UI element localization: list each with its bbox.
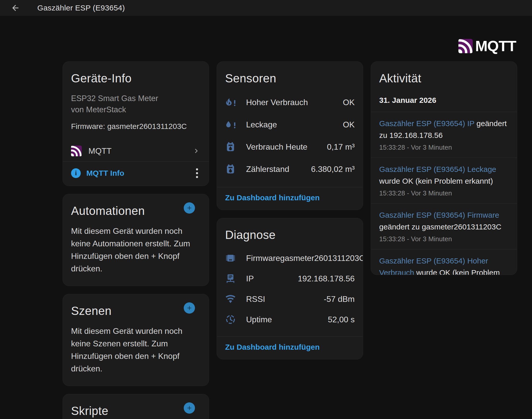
activity-entry: Gaszähler ESP (E93654) IP geändert zu 19… (371, 112, 517, 158)
chevron-right-icon (192, 147, 201, 155)
ip-network-icon: IP (225, 273, 236, 284)
device-page-content: Geräte-Info ESP32 Smart Gas Meter von Me… (63, 61, 517, 419)
svg-text:IP: IP (229, 275, 233, 279)
device-manufacturer: von MeterStack (71, 104, 201, 115)
right-column: Aktivität 31. Januar 2026 Gaszähler ESP … (371, 61, 517, 419)
mqtt-info-link[interactable]: i MQTT Info (71, 168, 124, 178)
device-firmware: Firmware: gasmeter2601311203C (71, 122, 201, 131)
activity-card: Aktivität 31. Januar 2026 Gaszähler ESP … (371, 61, 517, 275)
add-to-dashboard-link[interactable]: Zu Dashboard hinzufügen (225, 343, 320, 351)
activity-entry: Gaszähler ESP (E93654) Leckage wurde OK … (371, 158, 517, 203)
diagnostic-label: IP (246, 274, 254, 283)
sensor-value: OK (343, 120, 355, 129)
diagnostic-row-ip[interactable]: IP IP 192.168.178.56 (225, 268, 355, 289)
plus-icon (186, 405, 193, 411)
add-automation-button[interactable] (184, 202, 195, 214)
activity-entity-link[interactable]: Gaszähler ESP (E93654) Firmware (379, 211, 499, 219)
diagnostic-value: 192.168.178.56 (298, 274, 355, 283)
gas-meter-icon (225, 164, 236, 175)
sensor-row-leckage[interactable]: Leckage OK (225, 114, 355, 136)
activity-title: Aktivität (371, 62, 517, 85)
diagnostics-title: Diagnose (217, 218, 363, 242)
arrow-left-icon (11, 3, 20, 13)
wifi-icon (225, 294, 236, 304)
device-model: ESP32 Smart Gas Meter (71, 93, 201, 104)
left-column: Geräte-Info ESP32 Smart Gas Meter von Me… (63, 61, 209, 419)
sensors-card: Sensoren Hoher Verbrauch OK Leckage (217, 61, 363, 210)
device-info-card: Geräte-Info ESP32 Smart Gas Meter von Me… (63, 61, 209, 186)
scripts-title: Skripte (63, 394, 117, 418)
water-alert-icon (225, 119, 236, 130)
diagnostic-value: -57 dBm (324, 294, 355, 304)
add-to-dashboard-link[interactable]: Zu Dashboard hinzufügen (225, 193, 320, 202)
mqtt-logo-icon (71, 146, 82, 156)
dot (196, 172, 198, 174)
scenes-empty-text: Mit diesem Gerät wurden noch keine Szene… (63, 318, 209, 386)
diagnostic-row-rssi[interactable]: RSSI -57 dBm (225, 289, 355, 309)
activity-entity-link[interactable]: Gaszähler ESP (E93654) Leckage (379, 165, 496, 173)
scripts-empty-text: Mit diesem Gerät wurden noch keine Skrip… (63, 418, 209, 419)
mqtt-logo-icon (458, 39, 473, 53)
back-button[interactable] (10, 2, 21, 14)
diagnostic-value: 52,00 s (328, 315, 355, 324)
gas-meter-icon (225, 142, 236, 152)
scenes-title: Szenen (63, 294, 120, 318)
clock-icon (225, 314, 236, 325)
dot (196, 176, 198, 178)
automations-empty-text: Mit diesem Gerät wurden noch keine Autom… (63, 218, 209, 286)
device-info-title: Geräte-Info (63, 62, 209, 85)
information-icon: i (71, 168, 81, 178)
plus-icon (186, 205, 193, 211)
automations-title: Automationen (63, 194, 153, 218)
sensor-label: Zählerstand (246, 164, 289, 174)
sensor-label: Leckage (246, 120, 277, 129)
sensor-value: 6.380,02 m³ (311, 164, 355, 174)
sensor-row-hoher-verbrauch[interactable]: Hoher Verbrauch OK (225, 91, 355, 114)
integration-row-mqtt[interactable]: MQTT (63, 140, 209, 161)
diagnostic-value: gasmeter2601311203C (280, 253, 363, 263)
mqtt-brand-label: MQTT (475, 37, 516, 54)
sensor-row-zaehlerstand[interactable]: Zählerstand 6.380,02 m³ (225, 158, 355, 180)
activity-entry-text: geändert zu gasmeter2601311203C (379, 223, 501, 231)
activity-date-header: 31. Januar 2026 (371, 85, 517, 112)
diagnostic-label: RSSI (246, 294, 265, 304)
middle-column: Sensoren Hoher Verbrauch OK Leckage (217, 61, 363, 419)
diagnostic-row-firmware[interactable]: Firmware gasmeter2601311203C (225, 248, 355, 268)
diagnostic-label: Firmware (246, 253, 280, 263)
add-scene-button[interactable] (184, 302, 195, 314)
sensor-value: OK (343, 98, 355, 107)
sensor-label: Hoher Verbrauch (246, 98, 308, 107)
page-title: Gaszähler ESP (E93654) (37, 4, 125, 12)
activity-entry: Gaszähler ESP (E93654) Hoher Verbrauch w… (371, 249, 517, 275)
app-header: Gaszähler ESP (E93654) (0, 0, 532, 16)
fire-alert-icon (225, 97, 236, 108)
scenes-card: Szenen Mit diesem Gerät wurden noch kein… (63, 294, 209, 386)
diagnostic-label: Uptime (246, 315, 272, 324)
chip-icon (225, 253, 236, 263)
sensor-label: Verbrauch Heute (246, 142, 307, 152)
automations-card: Automationen Mit diesem Gerät wurden noc… (63, 194, 209, 286)
activity-entry-text: wurde OK (kein Problem erkannt) (379, 177, 493, 185)
sensor-value: 0,17 m³ (327, 142, 355, 152)
activity-timestamp: 15:33:28 - Vor 3 Minuten (379, 189, 509, 197)
activity-timestamp: 15:33:28 - Vor 3 Minuten (379, 235, 509, 243)
activity-entity-link[interactable]: Gaszähler ESP (E93654) IP (379, 119, 474, 128)
diagnostics-card: Diagnose Firmware gasmeter2601311203C (217, 218, 363, 359)
plus-icon (186, 305, 193, 311)
add-script-button[interactable] (184, 402, 195, 414)
scripts-card: Skripte Mit diesem Gerät wurden noch kei… (63, 394, 209, 419)
integration-label: MQTT (88, 146, 112, 156)
activity-timestamp: 15:33:28 - Vor 3 Minuten (379, 144, 509, 151)
diagnostic-row-uptime[interactable]: Uptime 52,00 s (225, 309, 355, 330)
sensors-title: Sensoren (217, 62, 363, 85)
overflow-menu-button[interactable] (193, 167, 201, 179)
activity-entry: Gaszähler ESP (E93654) Firmware geändert… (371, 203, 517, 249)
integration-brand-link[interactable]: MQTT (458, 37, 516, 54)
mqtt-info-label: MQTT Info (86, 169, 124, 178)
sensor-row-verbrauch-heute[interactable]: Verbrauch Heute 0,17 m³ (225, 136, 355, 158)
dot (196, 168, 198, 170)
